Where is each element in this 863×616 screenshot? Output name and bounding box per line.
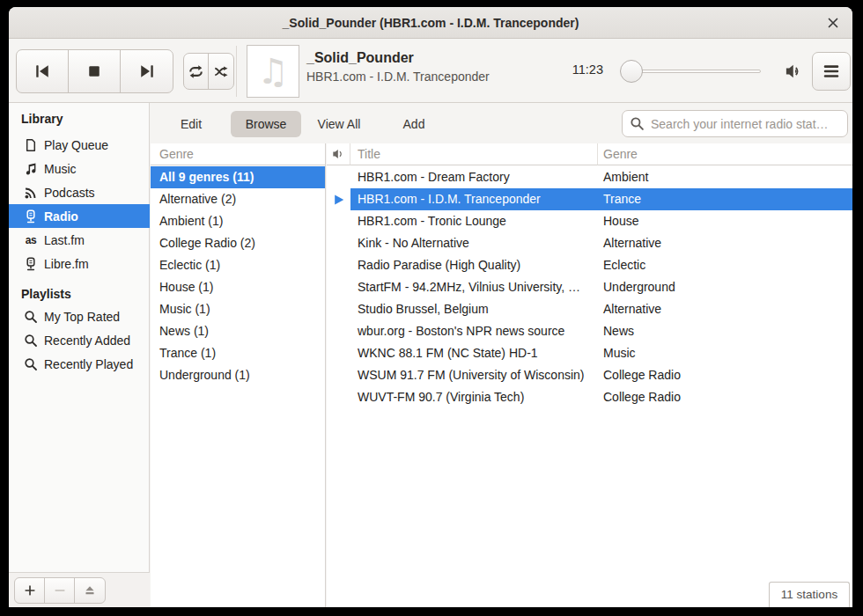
auto-playlist-icon bbox=[23, 334, 39, 348]
sidebar-item-label: Music bbox=[44, 162, 77, 176]
table-row[interactable]: wbur.org - Boston's NPR news source News bbox=[327, 320, 852, 342]
album-art: ♫ bbox=[247, 45, 299, 98]
add-source-button[interactable] bbox=[15, 578, 45, 603]
skip-backward-icon bbox=[33, 62, 51, 80]
sidebar-item-my-top-rated[interactable]: My Top Rated bbox=[9, 304, 150, 328]
sidebar-item-podcasts[interactable]: Podcasts bbox=[9, 180, 150, 204]
play-queue-icon bbox=[23, 138, 39, 152]
elapsed-time: 11:23 bbox=[537, 62, 603, 77]
table-row[interactable]: WSUM 91.7 FM (University of Wisconsin) C… bbox=[327, 364, 852, 386]
repeat-button[interactable] bbox=[184, 54, 209, 89]
skip-forward-icon bbox=[138, 62, 156, 80]
eject-icon bbox=[84, 584, 96, 597]
genre-row[interactable]: Music (1) bbox=[151, 298, 325, 320]
sidebar-item-music[interactable]: Music bbox=[9, 157, 150, 180]
remove-source-button[interactable] bbox=[45, 578, 75, 603]
sidebar-item-label: Last.fm bbox=[44, 233, 85, 247]
column-header-title[interactable]: Title bbox=[350, 143, 598, 165]
browse-button[interactable]: Browse bbox=[231, 111, 301, 137]
genre-row[interactable]: House (1) bbox=[151, 276, 325, 298]
eject-button[interactable] bbox=[75, 578, 105, 603]
sidebar-item-label: My Top Rated bbox=[44, 310, 120, 324]
sidebar-item-label: Libre.fm bbox=[44, 257, 89, 271]
stop-icon bbox=[85, 62, 103, 80]
sidebar-item-label: Recently Played bbox=[44, 357, 133, 371]
stop-button[interactable] bbox=[69, 50, 121, 92]
auto-playlist-icon bbox=[23, 310, 39, 324]
genre-row[interactable]: College Radio (2) bbox=[151, 232, 325, 254]
sidebar-item-librefm[interactable]: Libre.fm bbox=[9, 252, 150, 275]
table-row[interactable]: StartFM - 94.2MHz, Vilnius University, …… bbox=[327, 276, 852, 298]
track-subtitle: HBR1.com - I.D.M. Tranceponder bbox=[306, 70, 535, 84]
table-row[interactable]: Kink - No Alternative Alternative bbox=[327, 232, 852, 254]
shuffle-button[interactable] bbox=[209, 54, 233, 89]
sidebar-item-recently-played[interactable]: Recently Played bbox=[9, 352, 150, 376]
repeat-icon bbox=[188, 64, 203, 79]
volume-slider-track[interactable] bbox=[631, 70, 761, 73]
genre-row[interactable]: All 9 genres (11) bbox=[151, 166, 325, 188]
genre-browser: Genre All 9 genres (11) Alternative (2) … bbox=[151, 143, 326, 607]
volume-slider-handle[interactable] bbox=[620, 60, 643, 83]
search-box bbox=[622, 110, 848, 137]
edit-button[interactable]: Edit bbox=[165, 111, 218, 137]
music-note-placeholder-icon: ♫ bbox=[257, 54, 289, 89]
lastfm-icon: as bbox=[23, 234, 39, 246]
table-row[interactable]: Radio Paradise (High Quality) Eclectic bbox=[327, 254, 852, 276]
window-title: _Solid_Pounder (HBR1.com - I.D.M. Trance… bbox=[9, 7, 852, 39]
genre-row[interactable]: Alternative (2) bbox=[151, 188, 325, 210]
toolbar-separator bbox=[236, 46, 237, 97]
player-toolbar: ♫ _Solid_Pounder HBR1.com - I.D.M. Tranc… bbox=[9, 39, 852, 103]
podcasts-icon bbox=[23, 186, 39, 200]
titlebar: _Solid_Pounder (HBR1.com - I.D.M. Trance… bbox=[9, 7, 852, 39]
close-icon bbox=[828, 18, 838, 28]
source-button-group bbox=[14, 577, 106, 604]
sidebar-item-label: Podcasts bbox=[44, 186, 95, 200]
sidebar-item-label: Radio bbox=[44, 209, 78, 224]
station-list: Title Genre HBR1.com - Dream Factory Amb… bbox=[327, 143, 852, 607]
genre-row[interactable]: Eclectic (1) bbox=[151, 254, 325, 276]
sidebar-item-label: Play Queue bbox=[44, 138, 108, 152]
playlists-header: Playlists bbox=[21, 285, 71, 303]
sidebar: Library Play Queue Music Podcasts Radio … bbox=[9, 103, 150, 607]
close-button[interactable] bbox=[824, 14, 842, 32]
source-toolbar: Edit Browse View All Add bbox=[151, 103, 852, 143]
sidebar-item-radio[interactable]: Radio bbox=[9, 204, 150, 228]
now-playing-info: _Solid_Pounder HBR1.com - I.D.M. Trancep… bbox=[306, 50, 535, 84]
status-count: 11 stations bbox=[769, 582, 850, 607]
track-title: _Solid_Pounder bbox=[306, 50, 535, 66]
shuffle-icon bbox=[214, 64, 229, 79]
library-header: Library bbox=[21, 110, 63, 128]
volume-icon[interactable] bbox=[785, 62, 802, 84]
librefm-icon bbox=[23, 257, 39, 271]
radio-icon bbox=[23, 209, 39, 224]
table-row[interactable]: HBR1.com - I.D.M. Tranceponder Trance bbox=[327, 188, 852, 210]
transport-button-group bbox=[16, 49, 173, 93]
menu-button[interactable] bbox=[812, 52, 851, 91]
minus-icon bbox=[54, 584, 66, 597]
genre-row[interactable]: Ambient (1) bbox=[151, 210, 325, 232]
next-button[interactable] bbox=[121, 50, 173, 92]
hamburger-icon bbox=[822, 62, 841, 81]
column-header-playing[interactable] bbox=[327, 143, 350, 165]
genre-row[interactable]: News (1) bbox=[151, 320, 325, 342]
search-input[interactable] bbox=[622, 110, 848, 137]
column-header-genre-browser[interactable]: Genre bbox=[151, 143, 325, 165]
table-row[interactable]: Studio Brussel, Belgium Alternative bbox=[327, 298, 852, 320]
table-row[interactable]: HBR1.com - Dream Factory Ambient bbox=[327, 166, 852, 188]
sidebar-item-label: Recently Added bbox=[44, 334, 130, 348]
playing-icon bbox=[333, 194, 345, 206]
table-row[interactable]: WKNC 88.1 FM (NC State) HD-1 Music bbox=[327, 342, 852, 364]
table-row[interactable]: HBR1.com - Tronic Lounge House bbox=[327, 210, 852, 232]
sidebar-item-play-queue[interactable]: Play Queue bbox=[9, 133, 150, 157]
view-all-button[interactable]: View All bbox=[299, 111, 379, 137]
previous-button[interactable] bbox=[17, 50, 69, 92]
sidebar-item-lastfm[interactable]: as Last.fm bbox=[9, 228, 150, 252]
genre-row[interactable]: Underground (1) bbox=[151, 364, 325, 386]
genre-row[interactable]: Trance (1) bbox=[151, 342, 325, 364]
sidebar-item-recently-added[interactable]: Recently Added bbox=[9, 328, 150, 352]
sidebar-bottom-bar bbox=[9, 572, 150, 607]
column-header-genre[interactable]: Genre bbox=[598, 143, 852, 165]
table-row[interactable]: WUVT-FM 90.7 (Virginia Tech) College Rad… bbox=[327, 386, 852, 408]
add-button[interactable]: Add bbox=[392, 111, 436, 137]
speaker-icon bbox=[332, 148, 344, 160]
